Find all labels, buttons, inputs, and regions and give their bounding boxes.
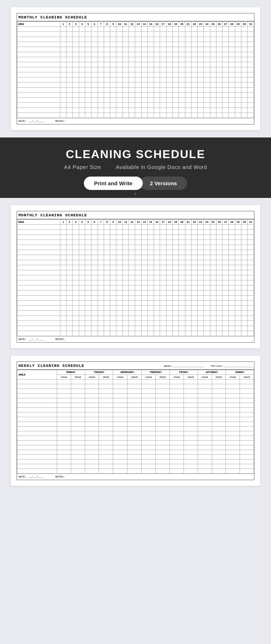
day-cell — [185, 62, 191, 67]
day-cell — [98, 52, 104, 57]
day-cell — [191, 306, 197, 311]
day-cell — [229, 62, 235, 67]
print-write-button[interactable]: Print and Write — [84, 177, 142, 190]
day-cell — [185, 103, 191, 108]
day-cell — [147, 260, 154, 265]
day-cell — [141, 275, 147, 280]
day-cell — [116, 62, 122, 67]
day-cell — [79, 108, 85, 113]
day-cell — [223, 331, 229, 336]
day-cell — [179, 240, 185, 245]
versions-button[interactable]: 2 Versions — [140, 177, 187, 190]
day-cell — [160, 296, 166, 301]
day-cell — [104, 57, 110, 62]
day-cell — [210, 82, 216, 88]
day-cell — [198, 265, 204, 270]
day-cell — [91, 77, 98, 82]
weekly-cell — [99, 389, 113, 394]
day-cell — [160, 326, 166, 331]
weekly-cell — [198, 417, 212, 422]
weekly-cell — [127, 445, 142, 450]
day-cell — [172, 260, 178, 265]
day-cell — [141, 285, 147, 291]
day-cell — [185, 67, 191, 72]
weekly-cell — [57, 455, 71, 459]
weekly-cell — [240, 417, 254, 422]
day-cell — [110, 93, 116, 98]
table-row — [17, 380, 254, 384]
day-cell — [248, 260, 254, 265]
day-cell — [116, 52, 122, 57]
page-wrapper: MONTHLY CLEANING SCHEDULE AREA 1 2 3 4 5… — [0, 7, 271, 486]
day-cell — [122, 72, 129, 77]
day-cell — [122, 291, 129, 296]
day-cell — [223, 225, 229, 230]
area-cell — [17, 27, 60, 32]
day-cell — [223, 316, 229, 321]
weekly-cell — [198, 412, 212, 417]
day-cell — [154, 113, 160, 118]
weekly-cell — [113, 412, 128, 417]
day-cell — [198, 326, 204, 331]
day-cell — [172, 311, 178, 316]
day-cell — [73, 225, 79, 230]
day-cell — [73, 306, 79, 311]
day-cell — [248, 98, 254, 103]
weekly-cell — [85, 450, 99, 455]
day-cell — [154, 230, 160, 235]
day-cell — [147, 57, 154, 62]
day-cell — [229, 280, 235, 285]
day-cell — [223, 67, 229, 72]
day-cell — [91, 67, 98, 72]
day-cell — [204, 316, 210, 321]
tue-check: check — [99, 375, 113, 380]
day-cell — [185, 301, 191, 306]
weekly-cell — [113, 394, 128, 398]
day-cell — [198, 27, 204, 32]
day-cell — [166, 27, 172, 32]
day-cell — [223, 57, 229, 62]
weekly-cell — [113, 384, 128, 389]
day-cell — [166, 93, 172, 98]
top-notes-label: NOTES: — [55, 120, 65, 123]
day-cell — [172, 42, 178, 47]
day-cell — [60, 57, 66, 62]
day-cell — [122, 103, 129, 108]
day-cell — [191, 47, 197, 52]
table-row — [17, 427, 254, 431]
day-cell — [229, 72, 235, 77]
weekly-cell — [226, 384, 240, 389]
weekly-cell — [226, 436, 240, 441]
day-cell — [185, 52, 191, 57]
day-cell — [122, 82, 129, 88]
area-cell — [17, 260, 60, 265]
day-cell — [172, 285, 178, 291]
day-cell — [122, 88, 129, 93]
day-cell — [235, 285, 241, 291]
weekly-cell — [85, 380, 99, 384]
area-cell — [17, 265, 60, 270]
area-cell — [17, 459, 57, 464]
day-cell — [154, 62, 160, 67]
day-cell — [104, 230, 110, 235]
day-cell — [79, 52, 85, 57]
table-row — [17, 306, 254, 311]
day-cell — [147, 82, 154, 88]
day-cell — [147, 331, 154, 336]
day-cell — [79, 291, 85, 296]
weekly-cell — [85, 427, 99, 431]
day-cell — [154, 265, 160, 270]
day-cell — [66, 37, 73, 42]
day-cell — [98, 255, 104, 260]
day-cell — [235, 331, 241, 336]
day-cell — [60, 291, 66, 296]
day-cell — [185, 331, 191, 336]
table-row — [17, 296, 254, 301]
day-cell — [141, 77, 147, 82]
day-cell — [248, 296, 254, 301]
day-cell — [204, 270, 210, 275]
day-cell — [91, 301, 98, 306]
day-cell — [60, 103, 66, 108]
day-cell — [147, 311, 154, 316]
day-cell — [79, 331, 85, 336]
